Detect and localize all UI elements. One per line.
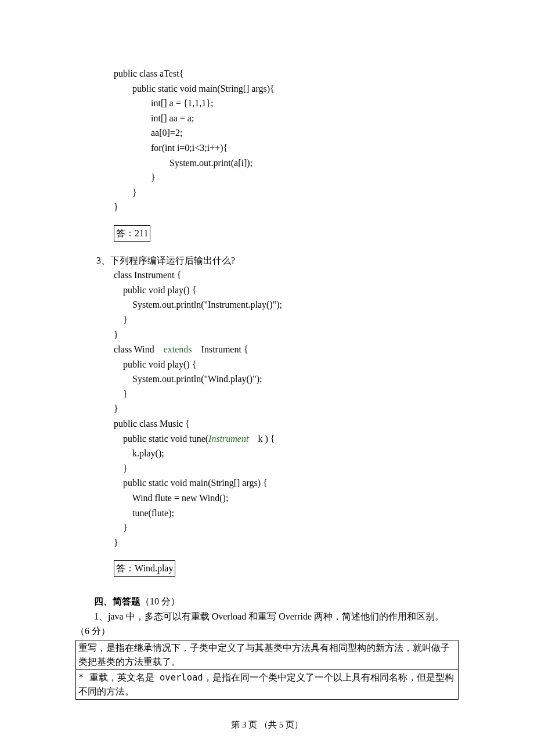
code-line: } xyxy=(114,535,459,550)
code-line: } xyxy=(114,401,459,416)
code-line: int[] aa = a; xyxy=(114,111,459,126)
code-block-2: class Instrument { public void play() { … xyxy=(114,268,459,550)
code-line: public void play() { xyxy=(114,283,459,298)
code-line: public class aTest{ xyxy=(114,66,459,81)
code-line: Wind flute = new Wind(); xyxy=(114,491,459,506)
code-line: class Instrument { xyxy=(114,268,459,283)
section-4-q1-points: （6 分） xyxy=(75,624,459,639)
code-line: public class Music { xyxy=(114,416,459,431)
answer-row-2: * 重载，英文名是 overload，是指在同一个类中定义了一个以上具有相同名称… xyxy=(76,669,459,699)
code-line: tune(flute); xyxy=(114,506,459,521)
answer-row-1: 重写，是指在继承情况下，子类中定义了与其基类中方法具有相同型构的新方法，就叫做子… xyxy=(76,640,459,669)
question-3-prompt: 3、下列程序编译运行后输出什么? xyxy=(96,253,459,268)
code-line: aa[0]=2; xyxy=(114,125,459,141)
code-line: for(int i=0;i<3;i++){ xyxy=(114,141,459,156)
code-line: k.play(); xyxy=(114,446,459,461)
code-line: } xyxy=(114,200,459,215)
question-3: 3、下列程序编译运行后输出什么? xyxy=(96,253,459,268)
code-line: } xyxy=(114,461,459,476)
answer-box-2: 答：Wind.play xyxy=(114,560,175,577)
code-block-1: public class aTest{ public static void m… xyxy=(114,66,459,215)
code-line: } xyxy=(114,387,459,402)
code-line: public void play() { xyxy=(114,357,459,372)
document-page: public class aTest{ public static void m… xyxy=(0,0,534,756)
answer-box-1: 答：211 xyxy=(114,225,150,242)
code-line: } xyxy=(114,185,459,200)
section-4-title: 四、简答题（10 分） xyxy=(94,594,459,609)
code-line: System.out.print(a[i]); xyxy=(114,156,459,171)
code-line: } xyxy=(114,312,459,327)
param-type: Instrument xyxy=(208,434,248,444)
answer-table: 重写，是指在继承情况下，子类中定义了与其基类中方法具有相同型构的新方法，就叫做子… xyxy=(75,640,459,700)
code-line: System.out.println("Wind.play()"); xyxy=(114,372,459,387)
section-4-q1: 1、java 中，多态可以有重载 Overload 和重写 Override 两… xyxy=(94,609,459,624)
code-line: public static void main(String[] args){ xyxy=(114,81,459,96)
page-footer: 第 3 页 （共 5 页） xyxy=(0,718,534,732)
code-line: System.out.println("Instrument.play()"); xyxy=(114,297,459,312)
keyword-extends: extends xyxy=(164,344,192,354)
code-line: public static void main(String[] args) { xyxy=(114,476,459,491)
code-line: } xyxy=(114,170,459,185)
code-line: } xyxy=(114,520,459,535)
code-line: int[] a = {1,1,1}; xyxy=(114,96,459,111)
code-line: public static void tune(Instrument k ) { xyxy=(114,431,459,447)
code-line: } xyxy=(114,327,459,343)
code-line: class Wind extends Instrument { xyxy=(114,342,459,357)
